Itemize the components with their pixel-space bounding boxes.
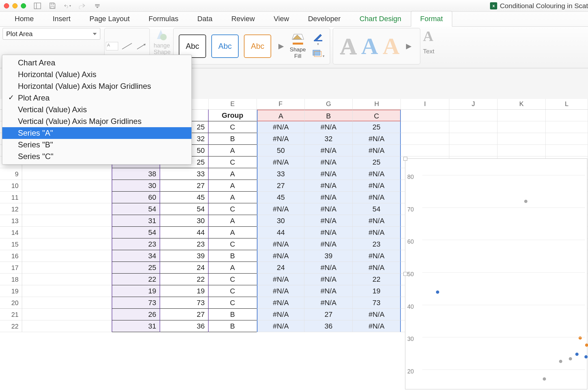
minimize-window-button[interactable]: [12, 3, 18, 8]
cell[interactable]: #N/A: [353, 180, 401, 192]
save-icon[interactable]: [49, 2, 56, 9]
wordart-gallery-more-icon[interactable]: ▶: [404, 42, 413, 50]
cell[interactable]: Group: [209, 110, 257, 121]
cell[interactable]: #N/A: [257, 297, 305, 309]
dd-series-c[interactable]: Series "C": [2, 151, 191, 162]
cell[interactable]: #N/A: [353, 215, 401, 227]
row-header[interactable]: 10: [0, 180, 22, 192]
cell[interactable]: 23: [353, 238, 401, 250]
cell[interactable]: [401, 133, 449, 145]
cell[interactable]: [497, 121, 546, 133]
cell[interactable]: [497, 133, 546, 145]
cell[interactable]: 22: [112, 274, 160, 285]
cell[interactable]: [22, 238, 112, 250]
cell[interactable]: 33: [160, 168, 209, 180]
cell[interactable]: 39: [304, 250, 353, 262]
cell[interactable]: A: [209, 145, 257, 156]
col-header-f[interactable]: F: [257, 99, 305, 109]
wordart-style-3[interactable]: A: [383, 33, 399, 60]
dd-series-b[interactable]: Series "B": [2, 139, 191, 151]
shape-effects-button[interactable]: ▾: [312, 49, 325, 59]
cell[interactable]: 19: [112, 285, 160, 297]
cell[interactable]: [449, 121, 497, 133]
cell[interactable]: 73: [160, 297, 209, 309]
dd-h-gridlines[interactable]: Horizontal (Value) Axis Major Gridlines: [2, 80, 191, 92]
cell[interactable]: #N/A: [257, 121, 305, 133]
cell[interactable]: [401, 110, 449, 121]
cell[interactable]: 30: [160, 215, 209, 227]
cell[interactable]: 24: [160, 262, 209, 274]
cell[interactable]: 22: [160, 274, 209, 285]
cell[interactable]: 19: [160, 285, 209, 297]
cell[interactable]: 54: [112, 227, 160, 238]
row-header[interactable]: 11: [0, 192, 22, 203]
line-shape-icon[interactable]: [121, 42, 133, 50]
row-header[interactable]: 9: [0, 168, 22, 180]
cell[interactable]: C: [353, 110, 401, 121]
dd-series-a[interactable]: Series "A": [2, 127, 191, 139]
cell[interactable]: #N/A: [304, 215, 353, 227]
cell[interactable]: B: [209, 320, 257, 332]
tab-home[interactable]: Home: [5, 11, 43, 26]
chart-resize-handle[interactable]: [403, 157, 407, 161]
cell[interactable]: #N/A: [304, 274, 353, 285]
cell[interactable]: [546, 110, 588, 121]
dd-chart-area[interactable]: Chart Area: [2, 57, 191, 69]
cell[interactable]: #N/A: [353, 262, 401, 274]
cell[interactable]: 19: [353, 285, 401, 297]
cell[interactable]: #N/A: [257, 309, 305, 320]
cell[interactable]: B: [209, 309, 257, 320]
col-header-l[interactable]: L: [546, 99, 588, 109]
cell[interactable]: 36: [160, 320, 209, 332]
cell[interactable]: 45: [257, 192, 305, 203]
cell[interactable]: [22, 285, 112, 297]
text-fill-button[interactable]: A: [423, 28, 433, 45]
cell[interactable]: [22, 203, 112, 215]
cell[interactable]: 22: [353, 274, 401, 285]
cell[interactable]: A: [209, 180, 257, 192]
cell[interactable]: 39: [160, 250, 209, 262]
chart-point[interactable]: [569, 357, 572, 360]
cell[interactable]: B: [209, 250, 257, 262]
cell[interactable]: #N/A: [304, 168, 353, 180]
cell[interactable]: 32: [304, 133, 353, 145]
cell[interactable]: 38: [112, 168, 160, 180]
gallery-more-icon[interactable]: ▶: [276, 42, 286, 50]
cell[interactable]: 73: [112, 297, 160, 309]
cell[interactable]: 27: [160, 309, 209, 320]
undo-icon[interactable]: ▾: [64, 2, 71, 9]
cell[interactable]: #N/A: [353, 145, 401, 156]
tab-developer[interactable]: Developer: [299, 11, 350, 26]
cell[interactable]: [546, 133, 588, 145]
cell[interactable]: #N/A: [304, 262, 353, 274]
cell[interactable]: 54: [112, 203, 160, 215]
cell[interactable]: [546, 121, 588, 133]
col-header-e[interactable]: E: [209, 99, 257, 109]
tab-page-layout[interactable]: Page Layout: [80, 11, 139, 26]
cell[interactable]: 34: [112, 250, 160, 262]
cell[interactable]: 60: [112, 192, 160, 203]
row-header[interactable]: 22: [0, 320, 22, 332]
shape-fill-button[interactable]: Shape Fill: [290, 33, 306, 60]
cell[interactable]: #N/A: [353, 250, 401, 262]
tab-format[interactable]: Format: [411, 11, 453, 27]
cell[interactable]: 26: [112, 309, 160, 320]
chart-point[interactable]: [585, 344, 588, 347]
cell[interactable]: 73: [353, 297, 401, 309]
cell[interactable]: 44: [257, 227, 305, 238]
cell[interactable]: #N/A: [257, 250, 305, 262]
cell[interactable]: #N/A: [353, 227, 401, 238]
cell[interactable]: [449, 133, 497, 145]
cell[interactable]: 25: [112, 262, 160, 274]
shape-outline-button[interactable]: ▾: [312, 34, 325, 46]
cell[interactable]: C: [209, 297, 257, 309]
cell[interactable]: 23: [160, 238, 209, 250]
row-header[interactable]: 17: [0, 262, 22, 274]
row-header[interactable]: 18: [0, 274, 22, 285]
col-header-g[interactable]: G: [305, 99, 353, 109]
row-header[interactable]: 19: [0, 285, 22, 297]
chart-point[interactable]: [436, 290, 439, 294]
cell[interactable]: #N/A: [304, 297, 353, 309]
tab-formulas[interactable]: Formulas: [139, 11, 188, 26]
row-header[interactable]: 16: [0, 250, 22, 262]
